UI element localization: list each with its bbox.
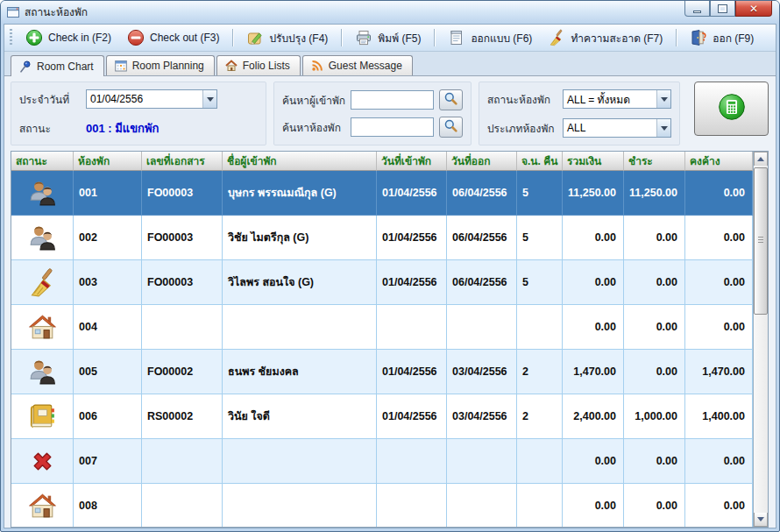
- title-bar[interactable]: สถานะห้องพัก: [1, 1, 779, 23]
- search-room-button[interactable]: [439, 117, 463, 138]
- search-guest-button[interactable]: [439, 89, 463, 110]
- cell-doc: FO00003: [142, 260, 223, 305]
- calculator-icon: [717, 92, 747, 125]
- cell-nights: [517, 305, 563, 350]
- cell-status: [11, 305, 74, 350]
- cell-balance: 0.00: [685, 171, 753, 216]
- minimize-button[interactable]: [684, 1, 710, 17]
- toolbar-grip[interactable]: [10, 29, 12, 46]
- search-guest-label: ค้นหาผู้เข้าพัก: [282, 92, 345, 109]
- room-status-combobox[interactable]: ALL = ทั้งหมด: [563, 89, 671, 109]
- column-header-doc[interactable]: เลขที่เอกสาร: [142, 152, 223, 171]
- cell-nights: 2: [517, 394, 563, 439]
- app-window: สถานะห้องพัก ✕ Check in (F2)Check out (F…: [0, 0, 780, 532]
- toolbar: Check in (F2)Check out (F3)ปรับปรุง (F4)…: [4, 25, 776, 52]
- search-guest-input[interactable]: [351, 90, 434, 110]
- table-row[interactable]: 005FO00002ธนพร ชัยมงคล01/04/255603/04/25…: [11, 350, 753, 394]
- cell-checkout: 06/04/2556: [447, 260, 517, 305]
- cell-checkout: [447, 484, 517, 527]
- column-header-status[interactable]: สถานะ: [11, 152, 74, 171]
- cell-doc: [142, 439, 223, 484]
- maximize-button[interactable]: [710, 1, 735, 17]
- tab-room-chart[interactable]: Room Chart: [11, 55, 104, 76]
- scroll-up-button[interactable]: [754, 152, 768, 166]
- column-header-room[interactable]: ห้องพัก: [74, 152, 142, 171]
- table-row[interactable]: 001FO00003บุษกร พรรณมณีกุล (G)01/04/2556…: [11, 171, 753, 216]
- cell-doc: FO00003: [142, 171, 223, 216]
- date-value: 01/04/2556: [87, 93, 202, 105]
- table-row[interactable]: 003FO00003วิไลพร สอนใจ (G)01/04/255606/0…: [11, 260, 753, 305]
- refresh-button[interactable]: ปรับปรุง (F4): [239, 26, 335, 49]
- close-button[interactable]: ✕: [735, 1, 772, 17]
- pin-icon: [19, 60, 32, 73]
- cell-doc: [142, 484, 223, 527]
- chevron-down-icon[interactable]: [656, 119, 670, 137]
- close-icon: ✕: [749, 4, 758, 14]
- tab-label: Guest Message: [329, 60, 402, 72]
- cell-status: [11, 216, 74, 260]
- room-type-label: ประเภทห้องพัก: [487, 120, 563, 137]
- house-icon: [27, 491, 58, 521]
- table-row[interactable]: 0080.000.000.00: [11, 484, 753, 527]
- toolbar-button-label: Check in (F2): [48, 32, 111, 44]
- cell-balance: 0.00: [685, 439, 753, 484]
- column-header-total[interactable]: รวมเงิน: [563, 152, 624, 171]
- cell-balance: 0.00: [685, 260, 753, 305]
- scrollbar-track[interactable]: [754, 166, 768, 513]
- vertical-scrollbar[interactable]: [753, 152, 768, 527]
- cell-paid: 11,250.00: [624, 171, 685, 216]
- chevron-down-icon[interactable]: [202, 90, 216, 108]
- book-icon: [27, 401, 58, 432]
- table-row[interactable]: 002FO00003วิชัย ไมตรีกุล (G)01/04/255606…: [11, 216, 753, 260]
- cell-name: วินัย ใจดี: [223, 394, 377, 439]
- tab-label: Room Chart: [37, 60, 94, 73]
- checkout-button[interactable]: Check out (F3): [120, 26, 226, 49]
- cell-total: 2,400.00: [563, 394, 624, 439]
- scroll-down-button[interactable]: [754, 513, 768, 527]
- cell-doc: FO00002: [142, 350, 223, 394]
- cell-nights: 5: [517, 171, 563, 216]
- broom-icon: [548, 29, 565, 46]
- redx-icon: [27, 446, 58, 477]
- column-header-nights[interactable]: จ.น. คืน: [517, 152, 563, 171]
- table-row[interactable]: 0040.000.000.00: [11, 305, 753, 350]
- design-button[interactable]: ออกแบบ (F6): [441, 26, 539, 49]
- cell-room: 007: [74, 439, 142, 484]
- scrollbar-thumb[interactable]: [754, 167, 768, 315]
- status-label: สถานะ: [19, 120, 86, 137]
- cell-doc: [142, 305, 223, 350]
- cell-checkin: 01/04/2556: [377, 350, 447, 394]
- tab-folio-lists[interactable]: Folio Lists: [216, 55, 301, 75]
- tab-guest-message[interactable]: Guest Message: [302, 55, 413, 75]
- checkin-button[interactable]: Check in (F2): [18, 26, 118, 49]
- toolbar-button-label: Check out (F3): [150, 32, 219, 44]
- tab-room-planning[interactable]: Room Planning: [106, 55, 215, 75]
- calculate-button[interactable]: [694, 82, 769, 136]
- date-combobox[interactable]: 01/04/2556: [86, 89, 217, 109]
- table-row[interactable]: 006RS00002วินัย ใจดี01/04/255603/04/2556…: [11, 394, 753, 439]
- search-icon: [443, 91, 458, 110]
- room-type-combobox[interactable]: ALL: [563, 118, 671, 138]
- column-header-name[interactable]: ชื่อผู้เข้าพัก: [223, 152, 377, 171]
- cell-paid: 0.00: [624, 484, 685, 527]
- clean-button[interactable]: ทำความสะอาด (F7): [541, 26, 670, 49]
- print-button[interactable]: พิมพ์ (F5): [348, 26, 428, 49]
- cell-doc: FO00003: [142, 216, 223, 260]
- exit-button[interactable]: ออก (F9): [683, 26, 761, 49]
- search-room-label: ค้นหาห้องพัก: [282, 119, 345, 136]
- room-filter-group: สถานะห้องพัก ALL = ทั้งหมด ประเภทห้องพัก…: [479, 82, 680, 145]
- column-header-paid[interactable]: ชำระ: [624, 152, 685, 171]
- client-area: Check in (F2)Check out (F3)ปรับปรุง (F4)…: [4, 24, 776, 528]
- column-header-balance[interactable]: คงค้าง: [685, 152, 753, 171]
- column-header-checkin[interactable]: วันที่เข้าพัก: [377, 152, 447, 171]
- cell-checkin: 01/04/2556: [377, 260, 447, 305]
- chevron-down-icon[interactable]: [656, 90, 670, 108]
- search-room-input[interactable]: [351, 117, 434, 137]
- cell-paid: 0.00: [624, 305, 685, 350]
- cell-paid: 0.00: [624, 350, 685, 394]
- cell-total: 0.00: [563, 216, 624, 260]
- room-type-value: ALL: [564, 122, 656, 134]
- column-header-checkout[interactable]: วันที่ออก: [447, 152, 517, 171]
- table-row[interactable]: 0070.000.000.00: [11, 439, 753, 484]
- cell-name: บุษกร พรรณมณีกุล (G): [223, 171, 377, 216]
